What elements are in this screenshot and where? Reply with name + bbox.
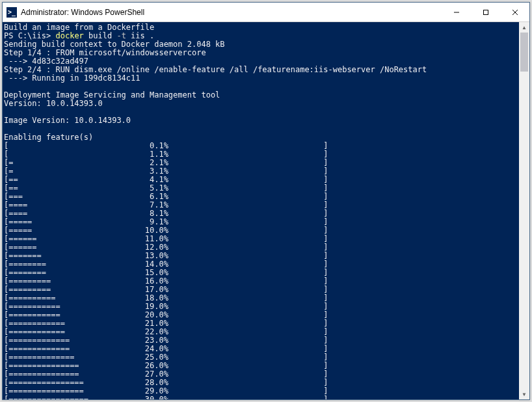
close-button[interactable]: [500, 3, 529, 21]
minimize-icon: [453, 9, 460, 16]
powershell-window: >_ Administrator: Windows PowerShell Bui…: [2, 2, 530, 400]
scroll-down-arrow[interactable]: ▼: [519, 389, 529, 399]
console-area: Build an image from a Dockerfile PS C:\i…: [3, 22, 529, 399]
maximize-button[interactable]: [471, 3, 500, 21]
window-controls: [442, 3, 529, 21]
close-icon: [512, 9, 518, 16]
scroll-up-arrow[interactable]: ▲: [519, 22, 529, 33]
maximize-icon: [483, 9, 489, 16]
window-title: Administrator: Windows PowerShell: [21, 8, 442, 17]
scrollbar[interactable]: ▲ ▼: [519, 22, 529, 399]
powershell-icon: >_: [7, 7, 17, 18]
svg-rect-1: [483, 10, 488, 14]
minimize-button[interactable]: [442, 3, 471, 21]
titlebar[interactable]: >_ Administrator: Windows PowerShell: [3, 3, 529, 22]
scroll-thumb[interactable]: [520, 33, 528, 72]
powershell-icon-glyph: >_: [8, 9, 16, 16]
console-output[interactable]: Build an image from a Dockerfile PS C:\i…: [3, 22, 519, 399]
